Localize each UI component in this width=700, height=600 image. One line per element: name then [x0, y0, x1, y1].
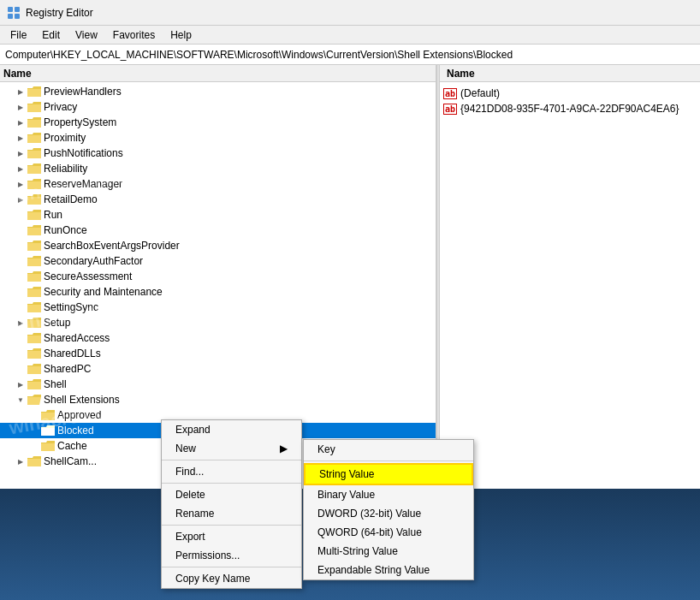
context-menu: Expand New ▶ Key String Value Binary Val…	[161, 419, 302, 589]
menu-view[interactable]: View	[68, 27, 104, 43]
reg-type-icon-default: ab	[443, 88, 457, 99]
tree-item-settingsync[interactable]: SettingSync	[0, 300, 436, 315]
tree-item-sharedpc[interactable]: SharedPC	[0, 361, 436, 377]
reg-name-default: (Default)	[460, 87, 500, 99]
ctx-submenu: Key String Value Binary Value DWORD (32-…	[303, 439, 474, 580]
ctx-permissions[interactable]: Permissions...	[162, 546, 301, 565]
expander-shellextensions[interactable]	[14, 393, 27, 407]
item-label: SharedDLLs	[44, 348, 101, 359]
folder-icon	[27, 332, 41, 344]
item-label: Run	[44, 209, 62, 221]
tree-item-setup[interactable]: Setup	[0, 315, 436, 330]
item-label: PushNotifications	[44, 147, 123, 159]
right-header: Name	[440, 65, 700, 82]
expander-shell[interactable]	[14, 377, 27, 391]
tree-item-shell[interactable]: Shell	[0, 377, 436, 392]
ctx-copy-key-name[interactable]: Copy Key Name	[162, 569, 301, 588]
tree-item-shellextensions[interactable]: Shell Extensions	[0, 392, 436, 407]
tree-item-privacy[interactable]: Privacy	[0, 99, 436, 115]
folder-icon	[41, 440, 55, 452]
item-label: SharedAccess	[44, 332, 110, 344]
tree-item-reliability[interactable]: Reliability	[0, 161, 436, 176]
ctx-new-arrow: ▶	[280, 443, 288, 454]
folder-icon	[27, 317, 41, 329]
expander-shellcam[interactable]	[14, 454, 27, 468]
folder-icon	[27, 86, 41, 98]
tree-item-pushnotifications[interactable]: PushNotifications	[0, 146, 436, 161]
ctx-rename[interactable]: Rename	[162, 504, 301, 523]
folder-icon	[27, 301, 41, 313]
tree-item-runonce[interactable]: RunOnce	[0, 223, 436, 238]
ctx-sub-expandable-value[interactable]: Expandable String Value	[304, 561, 473, 579]
expander-proximity[interactable]	[14, 131, 27, 145]
expander-retaildemo[interactable]	[14, 193, 27, 206]
ctx-sub-dword-value[interactable]: DWORD (32-bit) Value	[304, 504, 473, 523]
ctx-sub-binary-value[interactable]: Binary Value	[304, 485, 473, 504]
folder-icon	[27, 455, 41, 467]
tree-item-previewhandlers[interactable]: PreviewHandlers	[0, 84, 436, 99]
item-label: ShellCam...	[44, 455, 97, 467]
item-label: Privacy	[44, 101, 77, 113]
tree-item-reservemanager[interactable]: ReserveManager	[0, 176, 436, 192]
app-icon	[7, 6, 21, 20]
expander-reliability[interactable]	[14, 162, 27, 175]
svg-rect-3	[15, 14, 20, 19]
ctx-sub-qword-value[interactable]: QWORD (64-bit) Value	[304, 523, 473, 542]
expander-reservemanager[interactable]	[14, 177, 27, 191]
ctx-sub-key[interactable]: Key	[304, 440, 473, 459]
item-label: SharedPC	[44, 363, 91, 375]
ctx-new-label: New	[175, 443, 196, 454]
expander-pushnotifications[interactable]	[14, 146, 27, 160]
tree-item-proximity[interactable]: Proximity	[0, 130, 436, 146]
ctx-sub-string-value[interactable]: String Value	[304, 463, 473, 485]
expander-previewhandlers[interactable]	[14, 85, 27, 98]
folder-icon	[41, 409, 55, 421]
tree-item-searchboxeventargsprovider[interactable]: SearchBoxEventArgsProvider	[0, 238, 436, 253]
ctx-sub-multistring-value[interactable]: Multi-String Value	[304, 542, 473, 561]
right-header-name: Name	[443, 68, 478, 80]
tree-item-shareddlls[interactable]: SharedDLLs	[0, 346, 436, 361]
tree-item-secondaryauthfactor[interactable]: SecondaryAuthFactor	[0, 253, 436, 269]
item-label: PreviewHandlers	[44, 86, 122, 98]
tree-item-secureassessment[interactable]: SecureAssessment	[0, 269, 436, 284]
menu-help[interactable]: Help	[163, 27, 199, 43]
folder-icon	[27, 163, 41, 175]
registry-row-guid[interactable]: ab {9421DD08-935F-4701-A9CA-22DF90AC4EA6…	[443, 101, 697, 116]
ctx-new[interactable]: New ▶ Key String Value Binary Value DWOR…	[162, 439, 301, 458]
ctx-export[interactable]: Export	[162, 527, 301, 546]
folder-icon	[27, 255, 41, 267]
item-label: RetailDemo	[44, 193, 98, 205]
ctx-expand[interactable]: Expand	[162, 420, 301, 439]
item-label: ReserveManager	[44, 178, 122, 190]
tree-item-securitymaintenance[interactable]: Security and Maintenance	[0, 284, 436, 300]
item-label: Shell	[44, 378, 67, 390]
folder-icon	[27, 101, 41, 113]
tree-header: Name	[0, 65, 436, 82]
tree-item-propertysystem[interactable]: PropertySystem	[0, 115, 436, 130]
registry-row-default[interactable]: ab (Default)	[443, 86, 697, 101]
menu-favorites[interactable]: Favorites	[106, 27, 162, 43]
tree-item-run[interactable]: Run	[0, 207, 436, 223]
folder-icon	[27, 240, 41, 252]
tree-item-retaildemo[interactable]: RetailDemo	[0, 192, 436, 207]
item-label: SearchBoxEventArgsProvider	[44, 240, 180, 252]
svg-rect-0	[8, 7, 13, 12]
item-label: Security and Maintenance	[44, 286, 163, 298]
folder-icon	[27, 178, 41, 190]
folder-icon	[27, 286, 41, 298]
ctx-find[interactable]: Find...	[162, 462, 301, 481]
address-path: Computer\HKEY_LOCAL_MACHINE\SOFTWARE\Mic…	[5, 49, 513, 61]
menu-edit[interactable]: Edit	[35, 27, 67, 43]
ctx-delete[interactable]: Delete	[162, 485, 301, 504]
tree-item-sharedaccess[interactable]: SharedAccess	[0, 330, 436, 346]
ctx-divider-1	[162, 460, 301, 460]
window-title: Registry Editor	[26, 7, 93, 19]
menu-file[interactable]: File	[3, 27, 33, 43]
ctx-divider-3	[162, 525, 301, 526]
expander-privacy[interactable]	[14, 100, 27, 114]
expander-setup[interactable]	[14, 316, 27, 330]
folder-icon	[27, 209, 41, 221]
expander-propertysystem[interactable]	[14, 116, 27, 129]
item-label: SettingSync	[44, 301, 98, 313]
svg-rect-2	[8, 14, 13, 19]
